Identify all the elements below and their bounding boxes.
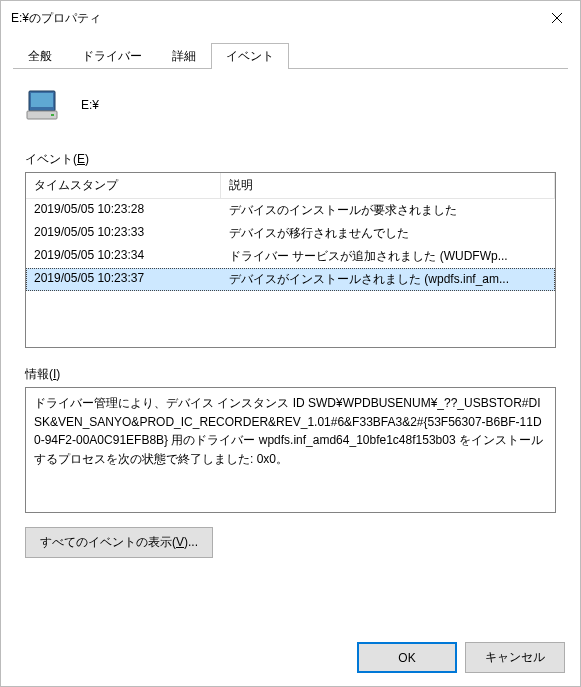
cell-description: デバイスがインストールされました (wpdfs.inf_am...	[221, 268, 555, 291]
cell-timestamp: 2019/05/05 10:23:34	[26, 245, 221, 268]
close-icon	[552, 13, 562, 23]
device-name: E:¥	[81, 98, 99, 112]
close-button[interactable]	[534, 1, 580, 35]
dialog-buttons: OK キャンセル	[357, 642, 565, 673]
col-header-description[interactable]: 説明	[221, 173, 555, 198]
cell-timestamp: 2019/05/05 10:23:33	[26, 222, 221, 245]
cancel-button[interactable]: キャンセル	[465, 642, 565, 673]
table-row[interactable]: 2019/05/05 10:23:37デバイスがインストールされました (wpd…	[26, 268, 555, 291]
svg-rect-1	[31, 93, 53, 107]
ok-button[interactable]: OK	[357, 642, 457, 673]
tab-events[interactable]: イベント	[211, 43, 289, 69]
cell-timestamp: 2019/05/05 10:23:37	[26, 268, 221, 291]
cell-timestamp: 2019/05/05 10:23:28	[26, 199, 221, 222]
info-label: 情報(I)	[25, 366, 556, 383]
titlebar: E:¥のプロパティ	[1, 1, 580, 35]
table-row[interactable]: 2019/05/05 10:23:28デバイスのインストールが要求されました	[26, 199, 555, 222]
device-row: E:¥	[25, 87, 556, 123]
events-listview[interactable]: タイムスタンプ 説明 2019/05/05 10:23:28デバイスのインストー…	[25, 172, 556, 348]
events-label: イベント(E)	[25, 151, 556, 168]
cell-description: ドライバー サービスが追加されました (WUDFWp...	[221, 245, 555, 268]
tab-content: E:¥ イベント(E) タイムスタンプ 説明 2019/05/05 10:23:…	[1, 69, 580, 570]
svg-rect-3	[51, 114, 54, 116]
drive-icon	[25, 87, 61, 123]
listview-body: 2019/05/05 10:23:28デバイスのインストールが要求されました20…	[26, 199, 555, 291]
tabstrip: 全般 ドライバー 詳細 イベント	[1, 35, 580, 69]
col-header-timestamp[interactable]: タイムスタンプ	[26, 173, 221, 198]
window-title: E:¥のプロパティ	[11, 10, 534, 27]
tab-details[interactable]: 詳細	[157, 43, 211, 69]
table-row[interactable]: 2019/05/05 10:23:33デバイスが移行されませんでした	[26, 222, 555, 245]
show-all-events-button[interactable]: すべてのイベントの表示(V)...	[25, 527, 213, 558]
info-textbox[interactable]: ドライバー管理により、デバイス インスタンス ID SWD¥WPDBUSENUM…	[25, 387, 556, 513]
cell-description: デバイスが移行されませんでした	[221, 222, 555, 245]
listview-header: タイムスタンプ 説明	[26, 173, 555, 199]
cell-description: デバイスのインストールが要求されました	[221, 199, 555, 222]
tab-general[interactable]: 全般	[13, 43, 67, 69]
table-row[interactable]: 2019/05/05 10:23:34ドライバー サービスが追加されました (W…	[26, 245, 555, 268]
tab-driver[interactable]: ドライバー	[67, 43, 157, 69]
